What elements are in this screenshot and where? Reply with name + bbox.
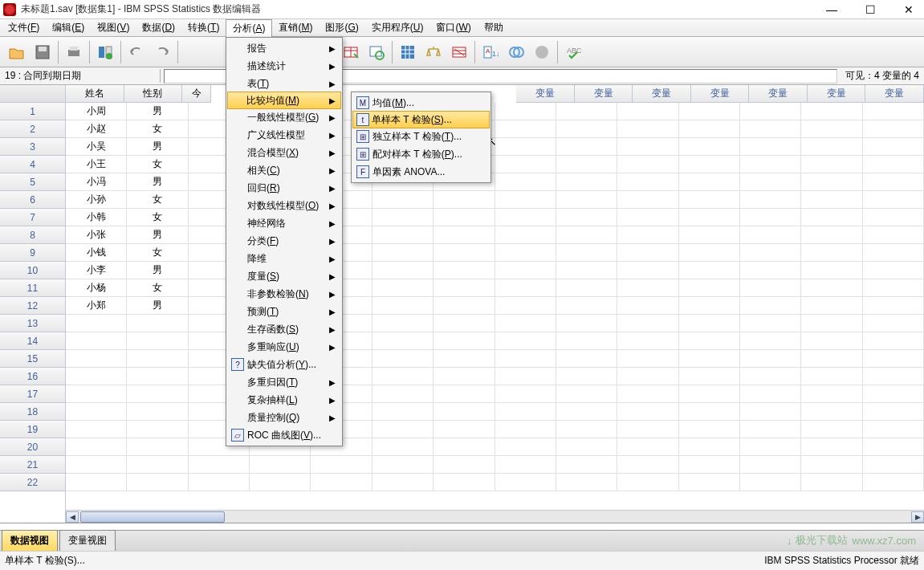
cell-empty[interactable] <box>617 297 678 315</box>
menu-item-预测T[interactable]: 预测(T)▶ <box>228 303 340 320</box>
scroll-right-button[interactable]: ▶ <box>911 511 924 523</box>
cell-empty[interactable] <box>434 297 495 315</box>
cell-empty[interactable] <box>434 244 495 262</box>
weight-cases-button[interactable] <box>421 40 446 64</box>
cell-empty[interactable] <box>740 403 801 421</box>
cell-empty[interactable] <box>495 120 556 138</box>
cell-empty[interactable] <box>801 209 862 226</box>
cell-empty[interactable] <box>495 385 556 403</box>
cell-empty[interactable] <box>495 474 556 491</box>
cell-empty[interactable] <box>863 209 924 226</box>
cell-empty[interactable] <box>495 262 556 279</box>
cell-empty[interactable] <box>801 156 862 173</box>
cell-empty[interactable] <box>679 332 740 350</box>
cell-empty[interactable] <box>679 438 740 456</box>
cell-empty[interactable] <box>740 103 801 120</box>
cell-empty[interactable] <box>311 456 372 474</box>
cell-empty[interactable] <box>434 438 495 456</box>
col-header-partial[interactable]: 今 <box>182 85 211 103</box>
menu-item-降维[interactable]: 降维▶ <box>228 250 340 267</box>
cell-empty[interactable] <box>801 173 862 191</box>
cell-empty[interactable] <box>679 173 740 191</box>
row-header[interactable]: 17 <box>0 385 65 403</box>
cell-empty[interactable] <box>495 209 556 226</box>
cell-empty[interactable] <box>801 438 862 456</box>
cell-empty[interactable] <box>679 368 740 385</box>
cell-empty[interactable] <box>740 226 801 244</box>
cell-empty[interactable] <box>801 297 862 315</box>
cell-empty[interactable] <box>556 156 617 173</box>
cell-empty[interactable] <box>372 474 434 491</box>
col-header-姓名[interactable]: 姓名 <box>66 85 124 103</box>
menu-直销[interactable]: 直销(M) <box>272 19 319 36</box>
cell-empty[interactable] <box>740 173 801 191</box>
cell-empty[interactable] <box>556 120 617 138</box>
cell-empty[interactable] <box>679 226 740 244</box>
cell-empty[interactable] <box>311 474 372 491</box>
cell-empty[interactable] <box>740 474 801 491</box>
cell-empty[interactable] <box>679 279 740 297</box>
minimize-button[interactable]: — <box>820 3 844 16</box>
cell-empty[interactable] <box>801 120 862 138</box>
cell-empty[interactable] <box>372 403 434 421</box>
cell-empty[interactable] <box>495 403 556 421</box>
cell-empty[interactable] <box>679 120 740 138</box>
cell-name[interactable]: 小赵 <box>66 120 127 138</box>
cell-empty[interactable] <box>863 421 924 438</box>
cell-empty[interactable] <box>801 403 862 421</box>
cell-empty[interactable] <box>863 244 924 262</box>
cell-empty[interactable] <box>617 438 678 456</box>
cell-name[interactable]: 小钱 <box>66 244 127 262</box>
recall-dialog-button[interactable] <box>93 40 117 64</box>
cell-empty[interactable] <box>801 385 862 403</box>
tab-数据视图[interactable]: 数据视图 <box>2 530 58 551</box>
cell-empty[interactable] <box>556 456 617 474</box>
cell-empty[interactable] <box>495 138 556 156</box>
cell-empty[interactable] <box>556 209 617 226</box>
cell-name[interactable]: 小冯 <box>66 173 127 191</box>
cell-name[interactable]: 小吴 <box>66 138 127 156</box>
cell-empty[interactable] <box>372 332 434 350</box>
menu-帮助[interactable]: 帮助 <box>478 19 510 36</box>
menu-item-描述统计[interactable]: 描述统计▶ <box>228 57 340 75</box>
menu-item-生存函数S[interactable]: 生存函数(S)▶ <box>228 320 340 338</box>
menu-item-报告[interactable]: 报告▶ <box>228 39 340 57</box>
cell-empty[interactable] <box>863 297 924 315</box>
cell-empty[interactable] <box>434 368 495 385</box>
col-header-性别[interactable]: 性别 <box>124 85 183 103</box>
cell-empty[interactable] <box>372 438 434 456</box>
cell-gender[interactable]: 男 <box>127 226 188 244</box>
cell-empty[interactable] <box>495 350 556 368</box>
value-labels-button[interactable]: A1↓ <box>478 40 503 64</box>
cell-empty[interactable] <box>372 244 434 262</box>
cell-name[interactable] <box>66 368 127 385</box>
cell-empty[interactable] <box>863 262 924 279</box>
menu-item-复杂抽样L[interactable]: 复杂抽样(L)▶ <box>228 391 340 409</box>
menu-item-广义线性模型[interactable]: 广义线性模型▶ <box>228 126 340 144</box>
cell-empty[interactable] <box>495 315 556 332</box>
cell-empty[interactable] <box>495 421 556 438</box>
cell-empty[interactable] <box>801 138 862 156</box>
cell-gender[interactable] <box>127 456 188 474</box>
cell-empty[interactable] <box>372 315 434 332</box>
cell-empty[interactable] <box>863 173 924 191</box>
cell-gender[interactable] <box>127 350 188 368</box>
cell-empty[interactable] <box>495 456 556 474</box>
cell-empty[interactable] <box>801 191 862 209</box>
menu-item-神经网络[interactable]: 神经网络▶ <box>228 214 340 232</box>
row-header[interactable]: 13 <box>0 315 65 332</box>
cell-empty[interactable] <box>863 332 924 350</box>
cell-empty[interactable] <box>863 438 924 456</box>
row-header[interactable]: 18 <box>0 403 65 421</box>
cell-name[interactable] <box>66 421 127 438</box>
row-header[interactable]: 5 <box>0 173 65 191</box>
menu-item-分类F[interactable]: 分类(F)▶ <box>228 232 340 250</box>
cell-empty[interactable] <box>863 103 924 120</box>
cell-empty[interactable] <box>556 103 617 120</box>
cell-empty[interactable] <box>740 421 801 438</box>
cell-name[interactable] <box>66 350 127 368</box>
cell-empty[interactable] <box>372 279 434 297</box>
cell-empty[interactable] <box>740 279 801 297</box>
menu-文件[interactable]: 文件(F) <box>2 19 46 36</box>
row-header[interactable]: 16 <box>0 368 65 385</box>
